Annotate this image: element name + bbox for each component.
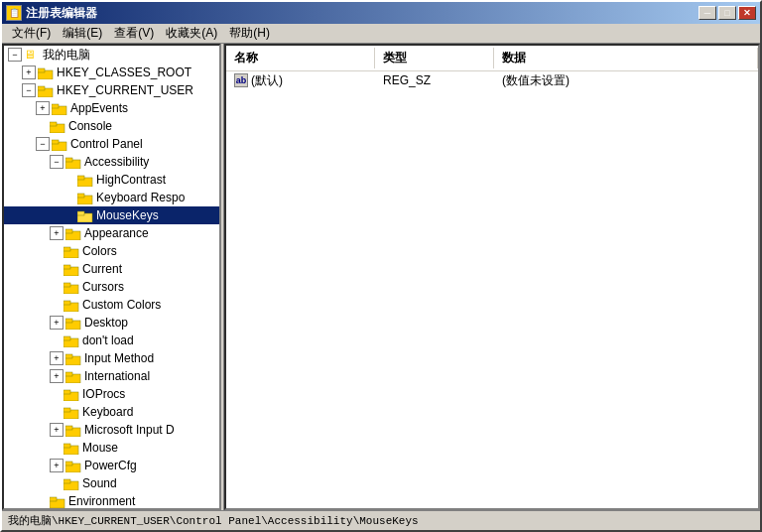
folder-icon-current [64,263,79,276]
tree-label-keyboard: Keyboard [82,405,133,419]
minimize-button[interactable]: ─ [698,6,716,20]
tree-item-accessibility[interactable]: − Accessibility [4,153,219,171]
expand-btn-controlpanel[interactable]: − [36,137,50,151]
folder-icon-dontload [64,334,79,347]
window-title: 注册表编辑器 [26,5,97,22]
tree-label-appearance: Appearance [84,226,149,240]
svg-rect-41 [65,426,72,430]
detail-cell-name: ab (默认) [226,71,375,90]
maximize-button[interactable]: □ [718,6,736,20]
tree-panel[interactable]: −🖥我的电脑+ HKEY_CLASSES_ROOT− HKEY_CURRENT_… [2,44,220,510]
tree-item-keyboard[interactable]: Keyboard [4,403,219,421]
svg-rect-3 [38,86,45,90]
folder-icon-accessibility [65,156,81,169]
expand-btn-hkcu[interactable]: − [22,83,36,97]
tree-item-sound[interactable]: Sound [4,474,219,492]
detail-header: 名称 类型 数据 [226,46,758,71]
tree-label-highcontrast: HighContrast [96,173,166,187]
expand-btn-mypc[interactable]: − [8,48,22,62]
expand-btn-appevents[interactable]: + [36,101,50,115]
folder-icon-powercfg [65,460,81,472]
svg-rect-17 [77,211,84,215]
svg-rect-15 [77,194,84,198]
folder-icon-cursors [64,281,79,294]
tree-item-international[interactable]: + International [4,367,219,385]
expand-btn-inputmethod[interactable]: + [50,351,64,365]
tree-item-controlpanel[interactable]: − Control Panel [4,135,219,153]
tree-item-desktop[interactable]: + Desktop [4,314,219,332]
tree-label-desktop: Desktop [84,316,128,330]
tree-item-current[interactable]: Current [4,260,219,278]
svg-rect-9 [52,140,59,144]
expand-btn-powercfg[interactable]: + [50,459,64,472]
detail-cell-type: REG_SZ [375,72,494,88]
expand-btn-appearance[interactable]: + [50,226,64,240]
tree-label-inputmethod: Input Method [84,351,154,365]
folder-icon-mypc: 🖥 [24,49,40,62]
tree-label-cursors: Cursors [82,280,124,294]
expand-btn-accessibility[interactable]: − [50,155,64,169]
folder-icon-inputmethod [65,352,81,365]
svg-rect-25 [64,283,70,287]
detail-row[interactable]: ab (默认) REG_SZ (数值未设置) [226,71,758,89]
tree-item-hkcr[interactable]: + HKEY_CLASSES_ROOT [4,64,219,81]
folder-icon-environment [50,495,65,508]
detail-cell-data: (数值未设置) [494,71,758,90]
tree-item-appevents[interactable]: + AppEvents [4,99,219,117]
tree-label-mouse: Mouse [82,441,118,455]
tree-item-customcolors[interactable]: Custom Colors [4,296,219,314]
tree-item-console[interactable]: Console [4,117,219,135]
tree-item-appearance[interactable]: + Appearance [4,224,219,242]
tree-label-international: International [84,369,150,383]
main-content: −🖥我的电脑+ HKEY_CLASSES_ROOT− HKEY_CURRENT_… [2,44,760,510]
svg-rect-23 [64,265,70,269]
svg-rect-11 [65,158,72,162]
tree-item-colors[interactable]: Colors [4,242,219,260]
expand-btn-desktop[interactable]: + [50,316,64,330]
tree-label-hkcu: HKEY_CURRENT_USER [57,83,193,97]
tree-item-powercfg[interactable]: + PowerCfg [4,457,219,474]
tree-label-customcolors: Custom Colors [82,298,161,312]
svg-rect-7 [50,122,57,126]
menu-file[interactable]: 文件(F) [6,23,57,44]
tree-item-hkcu[interactable]: − HKEY_CURRENT_USER [4,81,219,99]
menu-view[interactable]: 查看(V) [108,23,160,44]
expand-btn-microsoftinput[interactable]: + [50,423,64,437]
tree-item-mypc[interactable]: −🖥我的电脑 [4,46,219,64]
tree-label-ioprocs: IOProcs [82,387,125,401]
tree-label-mousekeys: MouseKeys [96,208,159,222]
title-bar-left: 📋 注册表编辑器 [6,5,97,22]
folder-icon-desktop [65,317,81,330]
folder-icon-highcontrast [77,174,93,187]
tree-item-inputmethod[interactable]: + Input Method [4,349,219,367]
tree-item-highcontrast[interactable]: HighContrast [4,171,219,189]
svg-rect-39 [64,408,70,412]
tree-item-mousekeys[interactable]: MouseKeys [4,206,219,224]
folder-icon-international [65,370,81,383]
tree-item-environment[interactable]: Environment [4,492,219,510]
expand-btn-international[interactable]: + [50,369,64,383]
folder-icon-hkcr [38,66,54,79]
menu-edit[interactable]: 编辑(E) [57,23,108,44]
title-buttons: ─ □ ✕ [698,6,756,20]
main-window: 📋 注册表编辑器 ─ □ ✕ 文件(F) 编辑(E) 查看(V) 收藏夹(A) … [0,0,762,532]
menu-help[interactable]: 帮助(H) [223,23,276,44]
tree-item-dontload[interactable]: don't load [4,332,219,349]
tree-item-cursors[interactable]: Cursors [4,278,219,296]
svg-rect-31 [64,336,70,340]
folder-icon-mouse [64,442,79,455]
tree-item-keyboardrespo[interactable]: Keyboard Respo [4,189,219,206]
status-bar: 我的电脑\HKEY_CURRENT_USER\Control Panel\Acc… [2,510,760,530]
status-text: 我的电脑\HKEY_CURRENT_USER\Control Panel\Acc… [8,513,419,528]
tree-item-ioprocs[interactable]: IOProcs [4,385,219,403]
close-button[interactable]: ✕ [738,6,756,20]
folder-icon-mousekeys [77,209,93,222]
tree-label-appevents: AppEvents [70,101,128,115]
svg-rect-29 [65,319,72,323]
col-name: 名称 [226,48,375,68]
tree-item-mouse[interactable]: Mouse [4,439,219,457]
expand-btn-hkcr[interactable]: + [22,66,36,79]
col-type: 类型 [375,48,494,68]
menu-favorites[interactable]: 收藏夹(A) [160,23,223,44]
tree-item-microsoftinput[interactable]: + Microsoft Input D [4,421,219,439]
